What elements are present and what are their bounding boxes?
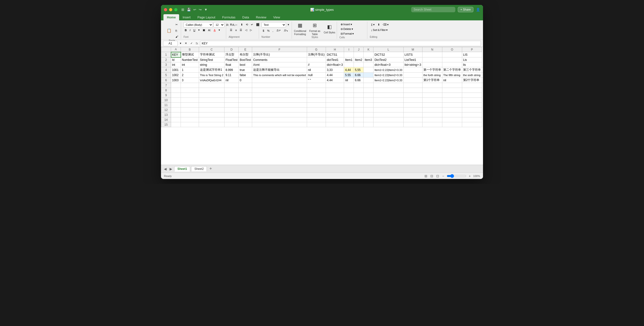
cell-11-6[interactable] (307, 103, 326, 107)
col-header-e[interactable]: E (239, 47, 252, 52)
cell-1-0[interactable]: KEY (171, 52, 181, 57)
cell-11-10[interactable] (364, 103, 374, 107)
cell-11-14[interactable] (442, 103, 462, 107)
cell-8-8[interactable] (344, 88, 354, 93)
sheet-tab-sheet1[interactable]: Sheet1 (174, 166, 190, 172)
cell-9-1[interactable] (181, 93, 199, 98)
col-header-m[interactable]: M (403, 47, 422, 52)
cell-15-3[interactable] (224, 122, 239, 127)
cell-10-15[interactable] (462, 98, 482, 103)
col-header-a[interactable]: A (171, 47, 181, 52)
cell-5-13[interactable]: the forth string (422, 73, 442, 78)
delete-button[interactable]: ⊖ Delete▾ (340, 27, 366, 31)
cell-7-7[interactable] (326, 83, 344, 88)
cell-14-9[interactable] (354, 117, 364, 122)
row-header-15[interactable]: 15 (161, 122, 171, 127)
cell-14-8[interactable] (344, 117, 354, 122)
cell-5-3[interactable]: 9.11 (224, 73, 239, 78)
cell-5-16[interactable]: st (482, 73, 483, 78)
cell-5-15[interactable]: the sixth string (462, 73, 482, 78)
paste-button[interactable]: 📋 (164, 24, 174, 37)
cell-13-5[interactable] (252, 112, 307, 117)
cell-12-7[interactable] (326, 107, 344, 112)
zoom-slider[interactable] (447, 174, 466, 178)
cell-9-6[interactable] (307, 93, 326, 98)
cell-14-10[interactable] (364, 117, 374, 122)
row-header-9[interactable]: 9 (161, 93, 171, 98)
sidebar-icon[interactable]: ⊞ (181, 8, 184, 12)
font-color-button[interactable]: A (212, 28, 217, 33)
cell-11-5[interactable] (252, 103, 307, 107)
zoom-in-button[interactable]: + (468, 174, 471, 179)
cell-5-2[interactable]: This is Test String 2 (199, 73, 224, 78)
cell-15-13[interactable] (422, 122, 442, 127)
cell-13-15[interactable] (462, 112, 482, 117)
cell-12-4[interactable] (239, 107, 252, 112)
cell-1-13[interactable] (422, 52, 442, 57)
format-button[interactable]: ⊟ Format▾ (340, 31, 366, 36)
cell-4-7[interactable]: 3,33 (326, 67, 344, 73)
cell-13-2[interactable] (199, 112, 224, 117)
cell-9-2[interactable] (199, 93, 224, 98)
col-header-k[interactable]: K (364, 47, 374, 52)
cell-11-7[interactable] (326, 103, 344, 107)
cell-6-6[interactable]: " " (307, 78, 326, 83)
cell-9-7[interactable] (326, 93, 344, 98)
redo-icon[interactable]: ↪ (199, 8, 202, 12)
cell-14-12[interactable] (403, 117, 422, 122)
cell-10-12[interactable] (403, 98, 422, 103)
cell-1-15[interactable]: LIS (462, 52, 482, 57)
cell-4-3[interactable]: 8.999 (224, 67, 239, 73)
underline-dropdown[interactable]: ▾ (197, 28, 201, 33)
cell-7-6[interactable] (307, 83, 326, 88)
cell-8-11[interactable] (374, 88, 404, 93)
fill-color-button[interactable]: A⃝ (207, 28, 212, 33)
cell-15-15[interactable] (462, 122, 482, 127)
cell-11-4[interactable] (239, 103, 252, 107)
cell-1-10[interactable] (364, 52, 374, 57)
cell-6-15[interactable]: 第2个字符串 (462, 78, 482, 83)
col-header-p[interactable]: P (462, 47, 482, 52)
cell-3-14[interactable] (442, 62, 462, 67)
cell-9-8[interactable] (344, 93, 354, 98)
cell-3-11[interactable]: dict<float>:0 (374, 62, 404, 67)
cell-10-2[interactable] (199, 98, 224, 103)
fill-button[interactable]: ⬇ (376, 22, 381, 28)
cell-8-5[interactable] (252, 88, 307, 93)
col-header-c[interactable]: C (199, 47, 224, 52)
cell-9-13[interactable] (422, 93, 442, 98)
row-header-7[interactable]: 7 (161, 83, 171, 88)
cell-12-0[interactable] (171, 107, 181, 112)
cell-3-3[interactable]: float (224, 62, 239, 67)
add-sheet-button[interactable]: + (208, 166, 214, 171)
cell-15-0[interactable] (171, 122, 181, 127)
cell-7-4[interactable] (239, 83, 252, 88)
cell-9-10[interactable] (364, 93, 374, 98)
cell-5-7[interactable]: 4.44 (326, 73, 344, 78)
cell-10-13[interactable] (422, 98, 442, 103)
cell-15-9[interactable] (354, 122, 364, 127)
cell-1-9[interactable] (354, 52, 364, 57)
col-header-n[interactable]: N (422, 47, 442, 52)
align-center-button[interactable]: ≡ (234, 28, 238, 33)
cell-10-10[interactable] (364, 98, 374, 103)
cell-2-7[interactable]: dictTest1 (326, 57, 344, 62)
cell-15-6[interactable] (307, 122, 326, 127)
cell-2-1[interactable]: NumberTest (181, 57, 199, 62)
cell-ref-expand[interactable]: ▾ (179, 41, 182, 46)
font-color-dropdown[interactable]: ▾ (217, 28, 221, 33)
cell-12-14[interactable] (442, 107, 462, 112)
cell-15-2[interactable] (199, 122, 224, 127)
cell-10-0[interactable] (171, 98, 181, 103)
wrap-text-button[interactable]: ↵ (250, 22, 254, 28)
share-button[interactable]: + Share (458, 7, 474, 12)
cell-1-7[interactable]: DICTS1 (326, 52, 344, 57)
cell-1-14[interactable] (442, 52, 462, 57)
cell-7-3[interactable] (224, 83, 239, 88)
cell-6-14[interactable]: nil (442, 78, 462, 83)
col-header-d[interactable]: D (224, 47, 239, 52)
cell-12-12[interactable] (403, 107, 422, 112)
format-as-table-button[interactable]: ⊞ Format as Table (308, 22, 322, 36)
cell-14-5[interactable] (252, 117, 307, 122)
cell-4-11[interactable]: Item1=2.22|Item2=3.33 (374, 67, 404, 73)
